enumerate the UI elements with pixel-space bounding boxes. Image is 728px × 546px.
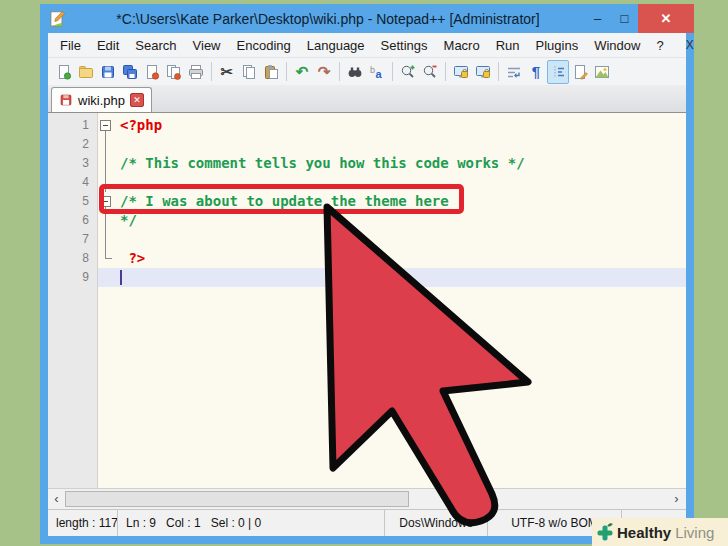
window-title: *C:\Users\Kate Parker\Desktop\wiki.php -… [76,11,584,27]
toolbar-separator [498,62,499,81]
menu-file[interactable]: File [52,35,89,56]
menu-language[interactable]: Language [299,35,373,56]
print-button[interactable] [185,60,207,84]
fold-margin [98,154,114,173]
open-file-button[interactable] [75,60,97,84]
close-button[interactable]: ✕ [638,4,694,33]
toolbar-separator [339,62,340,81]
copy-icon [241,64,257,80]
replace-icon: ba [369,64,385,80]
maximize-button[interactable]: □ [611,4,638,33]
word-wrap-button[interactable] [503,60,525,84]
sync-vertical-scrolling-button[interactable] [450,60,472,84]
menu-plugins[interactable]: Plugins [528,35,587,56]
code-line-9[interactable]: 9 [48,268,686,287]
user-defined-language-icon [572,64,588,80]
status-cursor-position: Ln : 9 Col : 1 Sel : 0 | 0 [118,510,385,536]
toolbar: ✂↶↷ba¶ [48,57,686,85]
menu-macro[interactable]: Macro [436,35,488,56]
user-defined-language-button[interactable] [569,60,591,84]
tab-wiki-php[interactable]: wiki.php ✕ [51,87,152,112]
redo-icon: ↷ [318,64,331,79]
menu-bar-close-icon[interactable]: X [672,35,708,55]
scrollbar-thumb[interactable] [65,491,409,507]
tab-bar: wiki.php ✕ [48,85,686,112]
menu-run[interactable]: Run [488,35,528,56]
code-line-8[interactable]: 8 ?> [48,249,686,268]
menu-help[interactable]: ? [648,35,671,56]
save-all-button[interactable] [119,60,141,84]
zoom-out-button[interactable] [419,60,441,84]
menu-view[interactable]: View [185,35,229,56]
code-editor[interactable]: 1<?php23/* This comment tells you how th… [48,112,686,488]
line-number: 6 [48,211,98,230]
sync-horizontal-scrolling-button[interactable] [472,60,494,84]
line-number: 2 [48,135,98,154]
code-line-3[interactable]: 3/* This comment tells you how this code… [48,154,686,173]
save-all-icon [122,64,138,80]
tab-close-icon[interactable]: ✕ [130,93,144,107]
toolbar-separator [286,62,287,81]
redo-button[interactable]: ↷ [313,60,335,84]
menu-encoding[interactable]: Encoding [229,35,299,56]
code-text [114,135,686,154]
code-line-1[interactable]: 1<?php [48,116,686,135]
code-text: ?> [114,249,686,268]
scroll-left-arrow-icon[interactable]: ‹ [48,489,65,509]
fold-collapse-icon[interactable] [98,116,114,135]
word-wrap-icon [506,64,522,80]
show-indent-guide-button[interactable] [547,60,569,84]
healthy-living-plus-icon [595,522,615,542]
save-file-button[interactable] [97,60,119,84]
watermark-word-living: Living [675,524,714,541]
replace-button[interactable]: ba [366,60,388,84]
paste-button[interactable] [260,60,282,84]
undo-button[interactable]: ↶ [291,60,313,84]
menu-edit[interactable]: Edit [89,35,127,56]
menu-settings[interactable]: Settings [373,35,436,56]
undo-icon: ↶ [296,64,309,79]
toolbar-separator [211,62,212,81]
unsaved-file-icon [59,93,73,107]
new-file-button[interactable] [53,60,75,84]
zoom-out-icon [422,64,438,80]
toolbar-separator [445,62,446,81]
menu-search[interactable]: Search [127,35,184,56]
show-indent-guide-icon [550,64,566,80]
close-all-button[interactable] [163,60,185,84]
open-file-icon [78,64,94,80]
notepad-plus-plus-window: *C:\Users\Kate Parker\Desktop\wiki.php -… [40,4,694,544]
watermark-word-healthy: Healthy [617,524,671,541]
svg-text:a: a [376,68,383,80]
line-number: 8 [48,249,98,268]
toolbar-separator [392,62,393,81]
cut-button[interactable]: ✂ [216,60,238,84]
show-all-characters-button[interactable]: ¶ [525,60,547,84]
line-number: 3 [48,154,98,173]
fold-margin [98,268,114,287]
code-line-2[interactable]: 2 [48,135,686,154]
minimize-button[interactable]: – [584,4,611,33]
code-line-7[interactable]: 7 [48,230,686,249]
fold-margin [98,249,114,268]
zoom-in-button[interactable] [397,60,419,84]
close-file-button[interactable] [141,60,163,84]
title-bar[interactable]: *C:\Users\Kate Parker\Desktop\wiki.php -… [40,4,694,33]
status-length: length : 117 [48,510,118,536]
show-all-characters-icon: ¶ [532,64,540,79]
healthy-living-watermark: Healthy Living [592,518,728,546]
menu-window[interactable]: Window [586,35,648,56]
document-map-button[interactable] [591,60,613,84]
copy-button[interactable] [238,60,260,84]
text-caret [120,270,122,285]
horizontal-scrollbar[interactable]: ‹ › [48,488,686,509]
svg-text:b: b [370,65,375,75]
fold-box-minus-icon[interactable] [100,120,111,131]
cut-icon: ✂ [221,64,234,79]
print-icon [188,64,204,80]
close-all-icon [166,64,182,80]
find-button[interactable] [344,60,366,84]
close-file-icon [144,64,160,80]
scroll-right-arrow-icon[interactable]: › [668,489,685,509]
code-text: <?php [114,116,686,135]
